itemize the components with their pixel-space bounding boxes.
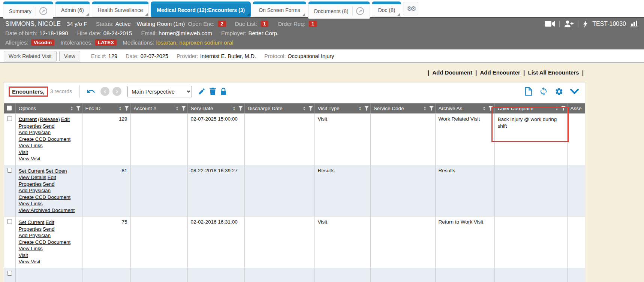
medications-list[interactable]: losartan, naproxen sodium oral	[156, 39, 234, 46]
option-link[interactable]: View Links	[19, 143, 43, 148]
encounters-toolbar: Encounters, 3 records ‹ › Main Perspecti…	[4, 82, 585, 100]
open-enc-badge[interactable]: 2	[218, 21, 226, 27]
option-link[interactable]: View Links	[19, 201, 43, 206]
sort-icon[interactable]: ▲▼	[303, 106, 306, 111]
allergy-badge[interactable]: Vicodin	[31, 39, 55, 46]
filter-icon[interactable]	[561, 106, 566, 111]
intolerance-badge[interactable]: LATEX	[95, 39, 117, 46]
refresh-icon[interactable]	[539, 87, 548, 96]
option-link[interactable]: Create CCD Document	[19, 136, 71, 142]
provider-value: Internist E. Butler, M.D.	[200, 53, 256, 59]
delete-trash-icon[interactable]	[210, 88, 216, 95]
option-link[interactable]: Create CCD Document	[19, 239, 71, 245]
tab-health-surveillance[interactable]: Health Surveillance	[92, 1, 149, 17]
tab-on-screen-forms[interactable]: On Screen Forms	[253, 1, 306, 17]
sort-icon[interactable]: ▲▼	[119, 106, 122, 111]
view-button[interactable]: View	[59, 51, 80, 61]
filter-icon[interactable]	[124, 106, 129, 111]
lightning-bolt-icon[interactable]	[583, 20, 588, 28]
tab-documents[interactable]: Documents (8) ↗	[308, 1, 370, 19]
option-link[interactable]: Edit	[61, 116, 70, 122]
option-link[interactable]: View Visit	[19, 259, 40, 264]
option-link[interactable]: Properties	[19, 123, 42, 129]
new-document-icon[interactable]	[525, 87, 532, 96]
option-link[interactable]: Send	[43, 123, 55, 129]
option-link[interactable]: Edit	[46, 219, 54, 225]
filter-icon[interactable]	[429, 106, 434, 111]
option-link[interactable]: Send	[43, 226, 55, 232]
work-related-visit-button[interactable]: Work Related Visit	[4, 51, 57, 61]
external-link-icon[interactable]: ↗	[39, 7, 47, 15]
option-link[interactable]: Add Physician	[19, 130, 51, 135]
dob-label: Date of birth:	[5, 30, 37, 36]
sort-icon[interactable]: ▲▼	[483, 106, 486, 111]
tab-medical-record-encounters[interactable]: Medical Record (12):Encounters (3)	[151, 1, 251, 17]
option-link[interactable]: View Visit	[19, 156, 40, 161]
status-value: Active	[115, 21, 131, 27]
prev-icon[interactable]: ‹	[100, 87, 109, 96]
filter-icon[interactable]	[488, 106, 493, 111]
cell-options: Current(Release)Edit PropertiesSend Add …	[15, 113, 82, 165]
due-list-badge[interactable]: 1	[261, 21, 269, 27]
tab-admin[interactable]: Admin (6)	[55, 1, 90, 17]
option-link[interactable]: Create CCD Document	[19, 194, 71, 200]
column-header-discharge-date: Discharge Date▲▼	[244, 103, 315, 113]
row-checkbox[interactable]	[7, 271, 12, 276]
option-link[interactable]: Add Physician	[19, 188, 51, 193]
option-link[interactable]: Set Current	[19, 219, 45, 225]
filter-icon[interactable]	[309, 106, 313, 111]
tab-bar: Summary ↗ Admin (6) Health Surveillance …	[0, 0, 644, 17]
sort-icon[interactable]: ▲▼	[233, 106, 236, 111]
sort-icon[interactable]: ▲▼	[424, 106, 427, 111]
collapse-chevron-icon[interactable]	[570, 89, 579, 94]
sort-icon[interactable]: ▲▼	[70, 106, 73, 111]
video-camera-icon[interactable]	[545, 21, 555, 27]
option-link[interactable]: Visit	[19, 252, 28, 258]
add-person-icon[interactable]	[564, 20, 574, 27]
option-link[interactable]: (Release)	[38, 116, 60, 122]
filter-icon[interactable]	[181, 106, 186, 111]
option-link[interactable]: Send	[43, 181, 55, 187]
sort-icon[interactable]: ▲▼	[556, 106, 559, 111]
option-link[interactable]: Set Current	[19, 168, 45, 174]
hire-date-value: 08-24-2015	[103, 30, 132, 36]
select-all-checkbox[interactable]	[7, 106, 12, 110]
add-document-link[interactable]: Add Document	[432, 69, 472, 76]
option-link[interactable]: Set Open	[46, 168, 67, 174]
add-encounter-link[interactable]: Add Encounter	[480, 69, 520, 76]
grid-settings-gear-icon[interactable]	[555, 87, 563, 96]
option-link[interactable]: View Details	[19, 175, 46, 180]
tab-doc[interactable]: Doc (8)	[372, 1, 401, 17]
row-checkbox[interactable]	[7, 219, 12, 224]
filter-icon[interactable]	[364, 106, 369, 111]
sort-icon[interactable]: ▲▼	[176, 106, 179, 111]
option-link[interactable]: Add Physician	[19, 233, 51, 238]
external-link-icon[interactable]: ↗	[356, 7, 364, 15]
filter-icon[interactable]	[238, 106, 243, 111]
option-link[interactable]: Current	[19, 116, 37, 122]
cell-assessments	[567, 165, 585, 216]
order-req-badge[interactable]: 1	[309, 21, 317, 27]
option-link[interactable]: View Links	[19, 246, 43, 251]
enc-date-label: Date:	[126, 53, 139, 59]
perspective-select[interactable]: Main Perspective	[127, 86, 192, 97]
option-link[interactable]: View Archived Document	[19, 207, 75, 213]
list-all-encounters-link[interactable]: List All Encounters	[528, 69, 579, 76]
tab-settings-button[interactable]: ⚙⚙	[403, 2, 418, 15]
undo-icon[interactable]	[86, 87, 96, 96]
next-icon[interactable]: ›	[112, 87, 121, 96]
edit-pencil-icon[interactable]	[198, 88, 205, 95]
bar-chart-icon[interactable]	[631, 20, 639, 27]
lock-icon[interactable]	[220, 88, 226, 95]
option-link[interactable]: Visit	[19, 149, 28, 155]
column-header-service-code: Service Code▲▼	[370, 103, 435, 113]
row-checkbox[interactable]	[7, 116, 12, 121]
row-checkbox[interactable]	[7, 168, 12, 173]
option-link[interactable]: Edit	[48, 175, 56, 180]
sort-icon[interactable]: ▲▼	[359, 106, 362, 111]
option-link[interactable]: Properties	[19, 181, 42, 187]
filter-icon[interactable]	[76, 106, 81, 111]
tab-summary[interactable]: Summary ↗	[3, 1, 53, 19]
cell-account	[130, 165, 187, 216]
option-link[interactable]: Properties	[19, 226, 42, 232]
